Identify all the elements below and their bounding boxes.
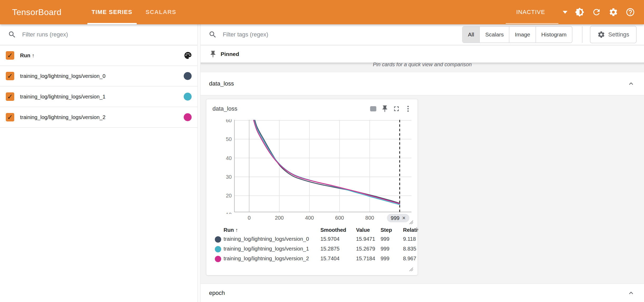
section-body-data-loss: data_loss bbox=[201, 95, 644, 284]
table-row: training_log/lightning_logs/version_2 15… bbox=[212, 254, 418, 264]
pinned-empty-hint-strip: Pin cards for a quick view and compariso… bbox=[201, 63, 644, 72]
table-resize-handle[interactable] bbox=[407, 265, 414, 272]
header-tabs: TIME SERIES SCALARS bbox=[87, 0, 185, 24]
filter-tab-image[interactable]: Image bbox=[509, 27, 535, 43]
run-color-dot bbox=[215, 236, 221, 243]
run-checkbox[interactable]: ✓ bbox=[6, 113, 14, 121]
run-color-dot bbox=[215, 246, 221, 252]
sidebar-resizer[interactable] bbox=[197, 24, 201, 302]
col-header-value[interactable]: Value bbox=[356, 225, 370, 234]
x-axis-tick-label: 0 bbox=[239, 214, 260, 222]
run-name: training_log/lightning_logs/version_0 bbox=[20, 73, 106, 79]
tab-label: TIME SERIES bbox=[92, 9, 132, 16]
x-axis-tick-label: 600 bbox=[329, 214, 350, 222]
cell-run: training_log/lightning_logs/version_2 bbox=[224, 254, 309, 263]
table-header-row: Run ↑ Smoothed Value Step Relative bbox=[212, 225, 418, 234]
cell-step: 999 bbox=[381, 244, 389, 253]
run-name: training_log/lightning_logs/version_1 bbox=[20, 94, 106, 100]
card-title: data_loss bbox=[212, 105, 237, 112]
section-header-epoch[interactable]: epoch bbox=[201, 284, 644, 302]
col-header-smoothed[interactable]: Smoothed bbox=[320, 225, 346, 234]
tab-scalars[interactable]: SCALARS bbox=[141, 0, 181, 24]
step-selector-value: 999 bbox=[391, 215, 399, 221]
palette-icon[interactable] bbox=[184, 51, 192, 60]
active-tab-underline bbox=[87, 23, 137, 24]
chevron-up-icon[interactable] bbox=[627, 289, 635, 297]
app-header: TensorBoard TIME SERIES SCALARS INACTIVE bbox=[0, 0, 644, 24]
brightness-icon[interactable] bbox=[571, 4, 588, 21]
settings-button[interactable]: Settings bbox=[590, 26, 637, 43]
run-row-version-2[interactable]: ✓ training_log/lightning_logs/version_2 bbox=[0, 107, 197, 128]
pinned-label: Pinned bbox=[221, 51, 239, 57]
settings-label: Settings bbox=[608, 31, 629, 38]
plugin-filter-group: All Scalars Image Histogram bbox=[462, 26, 572, 43]
x-axis-tick-label: 800 bbox=[359, 214, 380, 222]
cell-relative: 8.835 bbox=[403, 244, 416, 253]
header-actions: INACTIVE bbox=[505, 0, 639, 24]
run-checkbox[interactable]: ✓ bbox=[6, 92, 14, 101]
table-row: training_log/lightning_logs/version_0 15… bbox=[212, 234, 418, 244]
cell-relative: 9.118 bbox=[403, 234, 416, 243]
run-name: training_log/lightning_logs/version_2 bbox=[20, 114, 106, 120]
tab-label: SCALARS bbox=[146, 9, 176, 16]
y-axis-tick-label: 60 bbox=[206, 119, 232, 124]
line-chart[interactable]: 605040302010 bbox=[206, 119, 418, 214]
run-checkbox[interactable]: ✓ bbox=[6, 72, 14, 80]
fit-data-icon[interactable] bbox=[367, 103, 379, 115]
run-color-swatch bbox=[184, 113, 192, 121]
settings-gear-icon bbox=[597, 31, 605, 39]
tab-time-series[interactable]: TIME SERIES bbox=[87, 0, 137, 24]
filter-tab-scalars[interactable]: Scalars bbox=[479, 27, 509, 43]
col-header-relative[interactable]: Relative bbox=[403, 225, 418, 234]
run-status-label: INACTIVE bbox=[516, 9, 545, 16]
filter-tab-all[interactable]: All bbox=[463, 27, 479, 43]
table-row: training_log/lightning_logs/version_1 15… bbox=[212, 244, 418, 254]
remove-step-icon[interactable]: × bbox=[402, 215, 406, 221]
runs-column-header[interactable]: Run ↑ bbox=[20, 53, 34, 59]
cell-step: 999 bbox=[381, 234, 389, 243]
section-header-data-loss[interactable]: data_loss bbox=[201, 72, 644, 95]
search-icon bbox=[8, 30, 16, 39]
col-header-run[interactable]: Run ↑ bbox=[224, 225, 238, 234]
main-panel: All Scalars Image Histogram Settings Pin… bbox=[201, 24, 644, 302]
runs-list-header: ✓ Run ↑ bbox=[0, 45, 197, 66]
tags-filter-input[interactable] bbox=[223, 31, 462, 38]
run-status-dropdown[interactable]: INACTIVE bbox=[505, 0, 571, 24]
pinned-empty-hint: Pin cards for a quick view and compariso… bbox=[373, 63, 472, 68]
runs-filter-row bbox=[0, 24, 197, 45]
more-vert-icon[interactable] bbox=[402, 103, 414, 115]
search-icon bbox=[209, 30, 217, 39]
runs-filter-input[interactable] bbox=[22, 31, 197, 38]
cell-step: 999 bbox=[381, 254, 389, 263]
cell-smoothed: 15.2875 bbox=[320, 244, 339, 253]
run-row-version-1[interactable]: ✓ training_log/lightning_logs/version_1 bbox=[0, 87, 197, 107]
toolbar-divider bbox=[582, 26, 583, 43]
y-axis-tick-label: 10 bbox=[206, 211, 232, 214]
card-data-table: Run ↑ Smoothed Value Step Relative train… bbox=[212, 225, 418, 267]
section-title: epoch bbox=[209, 290, 225, 296]
fullscreen-icon[interactable] bbox=[391, 103, 402, 115]
x-axis-labels: 0200400600800 999 × bbox=[206, 214, 418, 223]
scalar-card-data-loss: data_loss bbox=[206, 99, 418, 275]
cell-value: 15.7184 bbox=[356, 254, 375, 263]
app-title[interactable]: TensorBoard bbox=[12, 7, 61, 17]
refresh-icon[interactable] bbox=[588, 4, 605, 21]
help-icon[interactable] bbox=[622, 4, 639, 21]
settings-gear-icon[interactable] bbox=[605, 4, 622, 21]
chevron-up-icon[interactable] bbox=[627, 80, 635, 88]
runs-sidebar: ✓ Run ↑ ✓ training_log/lightning_logs/ve… bbox=[0, 24, 197, 302]
chart-resize-handle[interactable] bbox=[407, 218, 414, 225]
pin-card-icon[interactable] bbox=[379, 103, 391, 115]
y-axis-tick-label: 30 bbox=[206, 173, 232, 181]
cell-relative: 8.967 bbox=[403, 254, 416, 263]
col-header-step[interactable]: Step bbox=[381, 225, 392, 234]
chevron-down-icon bbox=[563, 11, 567, 14]
step-selector-chip[interactable]: 999 × bbox=[387, 214, 409, 222]
filter-tab-histogram[interactable]: Histogram bbox=[536, 27, 572, 43]
select-all-runs-checkbox[interactable]: ✓ bbox=[6, 51, 14, 60]
tensorboard-app: TensorBoard TIME SERIES SCALARS INACTIVE bbox=[0, 0, 644, 302]
run-row-version-0[interactable]: ✓ training_log/lightning_logs/version_0 bbox=[0, 66, 197, 87]
run-color-swatch bbox=[184, 72, 192, 80]
cell-run: training_log/lightning_logs/version_1 bbox=[224, 244, 309, 253]
section-title: data_loss bbox=[209, 80, 234, 87]
